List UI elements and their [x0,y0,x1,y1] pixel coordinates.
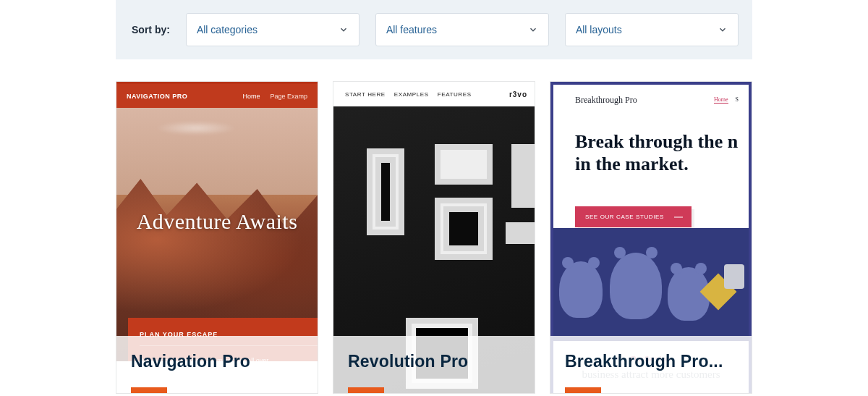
theme-title: Breakthrough Pro... [565,352,737,371]
preview-brand: r3vo [509,90,527,98]
theme-title: Navigation Pro [131,352,303,371]
preview-headline: Break through the n in the market. [553,115,749,175]
layouts-select[interactable]: All layouts [565,13,739,46]
theme-title-bar: Navigation Pro [116,336,318,393]
layouts-select-value: All layouts [576,24,622,35]
theme-title-bar: Breakthrough Pro... [550,336,752,393]
preview-illustration [553,228,749,341]
theme-grid: NAVIGATION PRO Home Page Examp Adventure… [0,81,868,394]
accent-bar [348,387,384,393]
categories-select[interactable]: All categories [186,13,359,46]
theme-card-revolution-pro[interactable]: START HERE EXAMPLES FEATURES r3vo Revolu [333,81,535,394]
filter-bar: Sort by: All categories All features All… [116,0,752,59]
accent-bar [131,387,167,393]
features-select-value: All features [386,24,437,35]
preview-menu-item: S [736,96,739,104]
preview-menu-item: Page Examp [270,93,307,100]
preview-menu-item: START HERE [345,91,386,98]
chevron-down-icon [718,25,728,35]
chevron-down-icon [528,25,538,35]
theme-title: Revolution Pro [348,352,520,371]
chevron-down-icon [339,25,349,35]
preview-menu-item: EXAMPLES [394,91,429,98]
preview-menu-item: FEATURES [438,91,472,98]
theme-title-bar: Revolution Pro [333,336,535,393]
preview-menu-item: Home [714,96,728,104]
preview-brand: NAVIGATION PRO [127,93,187,100]
theme-card-navigation-pro[interactable]: NAVIGATION PRO Home Page Examp Adventure… [116,81,318,394]
categories-select-value: All categories [197,24,258,35]
features-select[interactable]: All features [375,13,549,46]
preview-brand: Breakthrough Pro [575,95,637,106]
sort-by-label: Sort by: [116,24,170,35]
preview-menu-item: Home [242,93,260,100]
theme-card-breakthrough-pro[interactable]: Breakthrough Pro Home S Break through th… [550,81,752,394]
preview-headline: Adventure Awaits [116,209,318,234]
accent-bar [565,387,601,393]
preview-cta-button: SEE OUR CASE STUDIES [575,206,692,227]
